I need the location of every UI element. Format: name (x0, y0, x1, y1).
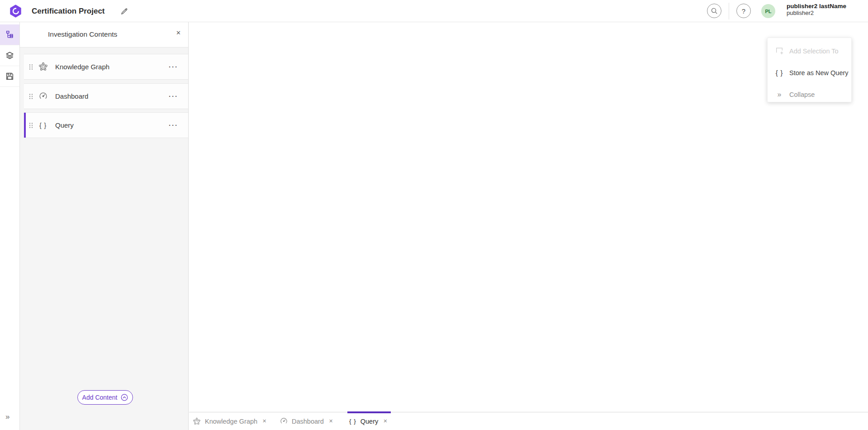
close-icon: ✕ (176, 29, 181, 36)
braces-icon: { } (349, 418, 356, 425)
help-icon: ? (742, 7, 745, 15)
add-content-button[interactable]: Add Content (77, 390, 133, 405)
menu-item-add-selection-to[interactable]: Add Selection To (768, 40, 852, 62)
save-icon (5, 72, 14, 81)
overflow-menu-icon[interactable]: ··· (169, 121, 178, 129)
topbar-divider (729, 3, 729, 19)
dashboard-gauge-icon (280, 417, 288, 425)
tab-knowledge-graph[interactable]: Knowledge Graph ✕ (193, 412, 267, 430)
edit-title-button[interactable] (119, 5, 130, 17)
tab-query[interactable]: { } Query ✕ (349, 412, 389, 430)
left-rail: » (0, 22, 20, 430)
app-root: Certification Project ? PL publisher2 la… (0, 0, 868, 430)
layers-icon (5, 51, 14, 60)
tab-label: Knowledge Graph (205, 418, 257, 425)
rail-item-investigation-contents[interactable] (0, 24, 19, 45)
menu-item-collapse[interactable]: » Collapse (768, 84, 852, 105)
main-content (189, 22, 868, 412)
help-button[interactable]: ? (736, 4, 751, 18)
panel-close-button[interactable]: ✕ (176, 29, 181, 36)
panel-title: Investigation Contents (48, 30, 117, 38)
braces-icon: { } (774, 69, 784, 76)
panel-item-dashboard[interactable]: Dashboard ··· (24, 83, 188, 109)
add-selection-icon (774, 47, 784, 55)
user-name: publisher2 lastName (787, 3, 846, 10)
overflow-menu-icon[interactable]: ··· (169, 63, 178, 71)
expand-chevrons-icon: » (5, 412, 9, 421)
knowledge-graph-icon (193, 417, 201, 425)
selection-bar (24, 54, 26, 79)
selection-bar (24, 113, 26, 138)
caret-up-circle-icon (121, 394, 128, 401)
panel-item-label: Dashboard (55, 92, 88, 100)
topbar: Certification Project ? PL publisher2 la… (0, 0, 868, 22)
tab-close-icon[interactable]: ✕ (382, 417, 388, 425)
project-title: Certification Project (32, 0, 105, 22)
panel-item-knowledge-graph[interactable]: Knowledge Graph ··· (24, 54, 188, 80)
panel-item-label: Query (55, 121, 74, 129)
avatar-initials: PL (765, 9, 771, 14)
drag-handle-icon[interactable] (28, 93, 33, 100)
rail-item-save[interactable] (0, 66, 19, 87)
search-icon (711, 7, 718, 15)
user-menu[interactable]: publisher2 lastName publisher2 (787, 3, 846, 16)
search-button[interactable] (707, 4, 721, 18)
expand-tray-button[interactable]: » (5, 412, 9, 421)
bottom-tab-bar: Knowledge Graph ✕ Dashboard ✕ { } Query … (189, 412, 868, 430)
hierarchy-icon (5, 30, 14, 39)
selection-bar (24, 84, 26, 109)
braces-icon: { } (37, 122, 49, 129)
investigation-contents-panel: Investigation Contents ✕ Knowledge Graph… (20, 22, 189, 430)
tab-close-icon[interactable]: ✕ (328, 417, 334, 425)
panel-item-label: Knowledge Graph (55, 63, 109, 71)
user-subtitle: publisher2 (787, 10, 846, 17)
collapse-chevrons-icon: » (774, 91, 784, 99)
query-context-menu: Add Selection To { } Store as New Query … (767, 38, 852, 102)
overflow-menu-icon[interactable]: ··· (169, 92, 178, 100)
tab-label: Dashboard (292, 418, 324, 425)
tab-dashboard[interactable]: Dashboard ✕ (280, 412, 334, 430)
add-content-label: Add Content (82, 394, 118, 401)
app-logo-icon (9, 5, 22, 18)
panel-header: Investigation Contents ✕ (20, 22, 188, 48)
tab-close-icon[interactable]: ✕ (261, 417, 267, 425)
drag-handle-icon[interactable] (28, 122, 33, 129)
dashboard-gauge-icon (37, 92, 49, 100)
pencil-icon (120, 7, 128, 15)
rail-item-layers[interactable] (0, 45, 19, 66)
tab-label: Query (360, 418, 379, 425)
drag-handle-icon[interactable] (28, 64, 33, 70)
panel-item-query[interactable]: { } Query ··· (24, 112, 188, 138)
avatar[interactable]: PL (761, 4, 775, 18)
menu-item-store-as-new-query[interactable]: { } Store as New Query (768, 62, 852, 83)
knowledge-graph-icon (37, 62, 49, 72)
